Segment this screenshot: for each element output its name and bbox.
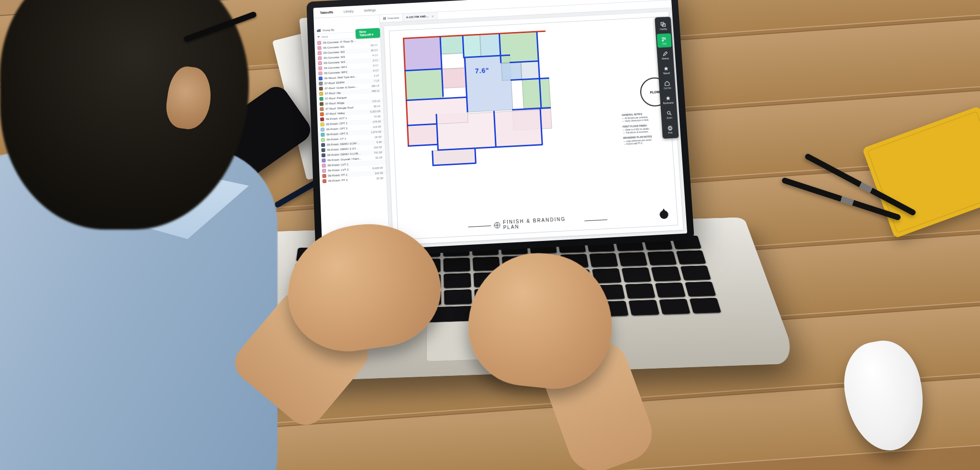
svg-point-5 (667, 111, 670, 114)
toolbtn-label: Zoom (667, 117, 672, 119)
drawing-canvas[interactable]: 7.6" FLOW GENERAL NOTES — All finishes p… (384, 12, 683, 245)
room-bath-3[interactable] (407, 124, 438, 146)
room-hall-1[interactable] (441, 53, 465, 69)
logo-icon (493, 222, 500, 229)
grid-icon (383, 17, 386, 20)
toolbtn-label: Trim (662, 43, 667, 45)
tab-sheet[interactable]: A-121 FIN AND… ✕ (403, 12, 438, 21)
toolbtn-bookmarks[interactable]: Bookmarks (661, 92, 676, 107)
drawing-sheet: 7.6" FLOW GENERAL NOTES — All finishes p… (389, 17, 678, 240)
toolbtn-label: Bookmarks (663, 101, 674, 104)
room-laundry[interactable] (442, 68, 467, 88)
takeoff-qty: 0 CY (373, 69, 379, 72)
toolbtn-takeoff[interactable]: Takeoff (658, 63, 673, 77)
toolbtn-overlay[interactable]: Overlay (656, 19, 670, 33)
takeoff-qty: 7 LF (374, 79, 379, 82)
sheet-title: FINISH & BRANDING PLAN (468, 214, 608, 232)
takeoff-qty: 178 SF (373, 120, 381, 123)
room-stair[interactable] (501, 62, 522, 81)
toolbtn-zoom[interactable]: Zoom (662, 107, 677, 122)
takeoff-qty: 3 CY (373, 64, 379, 66)
takeoff-qty: 116 SF (373, 125, 381, 128)
takeoff-qty: 242 SF (375, 171, 383, 175)
dimension-callout: 7.6" (475, 66, 489, 75)
toolbtn-label: Print (668, 131, 672, 134)
toolbtn-trim[interactable]: Trim (657, 33, 671, 48)
toolbtn-label: Cut Out (664, 87, 671, 89)
takeoff-qty: 3 CY (373, 59, 379, 62)
takeoff-qty: 96 LF (374, 104, 380, 108)
main-canvas-area: Overview A-121 FIN AND… ✕ (380, 0, 688, 249)
toolbtn-label: Takeoff (663, 72, 670, 75)
floor-plan: 7.6" (403, 24, 624, 210)
close-icon[interactable]: ✕ (432, 14, 434, 18)
takeoff-qty: 2 LF (374, 74, 379, 77)
toolbtn-cutout[interactable]: Cut Out (660, 77, 675, 92)
room-storage[interactable] (522, 78, 551, 109)
north-arrow-icon (659, 210, 668, 219)
takeoff-qty: 18 SF (375, 135, 382, 139)
takeoff-qty: 52 SF (376, 156, 383, 159)
svg-rect-8 (669, 129, 671, 130)
room-bedroom-2[interactable] (500, 32, 539, 64)
takeoff-qty: 156 SF (374, 145, 382, 149)
menu-files[interactable]: FILES (597, 0, 612, 1)
toolbtn-print[interactable]: Print (663, 122, 678, 137)
room-bath-2[interactable] (480, 34, 501, 57)
svg-rect-7 (669, 126, 671, 127)
room-dining[interactable] (494, 109, 543, 147)
room-closet-1[interactable] (463, 35, 481, 58)
svg-point-4 (662, 37, 663, 39)
room-bedroom-3[interactable] (404, 69, 444, 100)
room-bedroom-1[interactable] (403, 37, 442, 71)
takeoff-qty: 741 SF (374, 151, 382, 154)
takeoff-qty: 9 SF (376, 141, 382, 143)
toolbtn-markup[interactable]: Markup (657, 48, 672, 62)
tab-overview[interactable]: Overview (380, 14, 403, 22)
scene-photo: Takeoffs Library Settings FILES REPORTS … (0, 0, 980, 470)
takeoff-qty: 20 SF (377, 176, 384, 180)
toolbtn-label: Overlay (660, 28, 668, 31)
toolbtn-label: Markup (662, 57, 669, 60)
room-bath-1[interactable] (440, 35, 464, 54)
room-mech[interactable] (521, 61, 540, 80)
takeoff-qty: 8,428 SF (372, 166, 383, 169)
takeoff-qty: 74 SF (374, 115, 381, 118)
